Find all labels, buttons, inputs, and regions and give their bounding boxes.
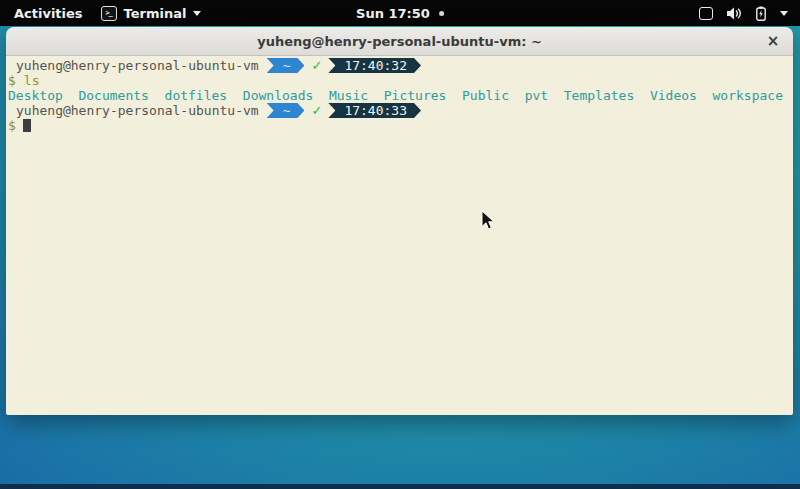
activities-button[interactable]: Activities xyxy=(10,6,87,21)
username-host: yuheng@henry-personal-ubuntu-vm xyxy=(16,103,259,118)
app-menu-label: Terminal xyxy=(124,6,187,21)
command-text: ls xyxy=(24,73,40,88)
cwd-segment: ~ xyxy=(267,58,305,73)
close-icon: × xyxy=(767,32,780,50)
notification-dot-icon xyxy=(439,11,444,16)
command-line: $ls xyxy=(8,73,793,88)
mouse-cursor xyxy=(481,210,496,231)
terminal-cursor xyxy=(23,119,31,132)
app-menu[interactable]: >_ Terminal xyxy=(101,6,202,21)
time-segment: 17:40:32 xyxy=(328,58,421,73)
battery-charging-icon xyxy=(756,6,766,21)
shell-prompt-symbol: $ xyxy=(8,118,16,133)
terminal-window: yuheng@henry-personal-ubuntu-vm: ~ × yuh… xyxy=(6,27,793,415)
directory-item: dotfiles xyxy=(165,88,228,103)
cwd-label: ~ xyxy=(283,58,291,73)
input-line: $ xyxy=(8,118,793,133)
desktop-background: Activities >_ Terminal Sun 17:50 xyxy=(0,0,800,489)
directory-item: Music xyxy=(329,88,368,103)
system-status-menu[interactable] xyxy=(699,6,788,21)
cwd-label: ~ xyxy=(283,103,291,118)
directory-item: Templates xyxy=(564,88,634,103)
clock-label: Sun 17:50 xyxy=(356,6,430,21)
directory-listing: Desktop Documents dotfiles Downloads Mus… xyxy=(8,88,793,103)
cwd-segment: ~ xyxy=(267,103,305,118)
directory-item: Pictures xyxy=(384,88,447,103)
directory-item: Documents xyxy=(78,88,148,103)
terminal-screen[interactable]: yuheng@henry-personal-ubuntu-vm ~ ✓ 17:4… xyxy=(6,56,793,415)
status-check-icon: ✓ xyxy=(311,103,322,118)
directory-item: pvt xyxy=(525,88,548,103)
directory-item: Desktop xyxy=(8,88,63,103)
window-titlebar[interactable]: yuheng@henry-personal-ubuntu-vm: ~ × xyxy=(6,27,793,56)
prompt-line: yuheng@henry-personal-ubuntu-vm ~ ✓ 17:4… xyxy=(8,58,793,73)
time-label: 17:40:33 xyxy=(344,103,407,118)
prompt-line: yuheng@henry-personal-ubuntu-vm ~ ✓ 17:4… xyxy=(8,103,793,118)
chevron-down-icon xyxy=(193,11,201,16)
time-segment: 17:40:33 xyxy=(328,103,421,118)
screen-bottom-edge xyxy=(0,484,800,489)
directory-item: workspace xyxy=(713,88,783,103)
directory-item: Videos xyxy=(650,88,697,103)
directory-item: Public xyxy=(462,88,509,103)
clock-button[interactable]: Sun 17:50 xyxy=(356,6,444,21)
status-chevron-down-icon xyxy=(780,11,788,16)
username-host: yuheng@henry-personal-ubuntu-vm xyxy=(16,58,259,73)
terminal-app-icon: >_ xyxy=(101,6,117,21)
close-button[interactable]: × xyxy=(761,27,785,55)
shell-prompt-symbol: $ xyxy=(8,73,16,88)
directory-item: Downloads xyxy=(243,88,313,103)
volume-icon xyxy=(727,7,742,20)
status-check-icon: ✓ xyxy=(311,58,322,73)
window-title: yuheng@henry-personal-ubuntu-vm: ~ xyxy=(257,34,542,49)
screen-icon xyxy=(699,7,713,20)
time-label: 17:40:32 xyxy=(344,58,407,73)
top-bar: Activities >_ Terminal Sun 17:50 xyxy=(0,0,800,26)
